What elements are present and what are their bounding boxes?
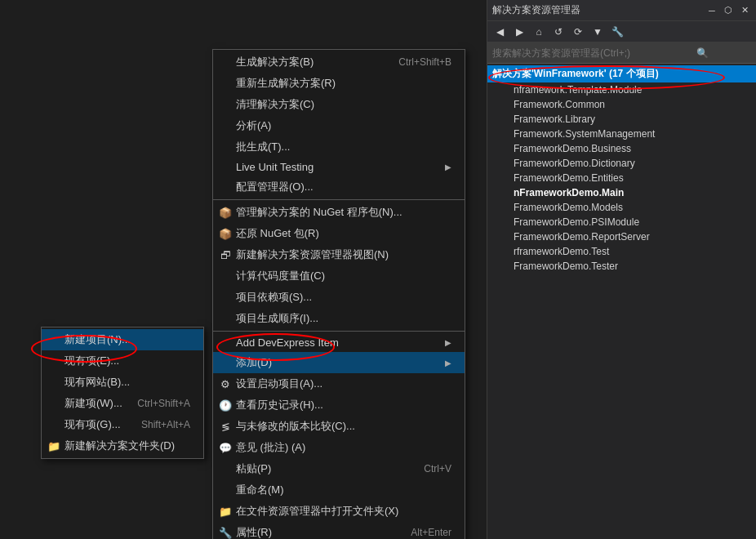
main-menu-item-6[interactable]: 配置管理器(O)...	[213, 176, 465, 198]
menu-label: 项目生成顺序(I)...	[236, 311, 318, 326]
main-menu-item-17[interactable]: ≶与未修改的版本比较(C)...	[213, 416, 465, 437]
menu-shortcut: Ctrl+Shift+B	[398, 56, 451, 68]
main-menu-item-16[interactable]: 🕐查看历史记录(H)...	[213, 394, 465, 416]
menu-separator	[213, 331, 465, 332]
se-search-icon: 🔍	[696, 47, 709, 59]
se-sync-btn[interactable]: ⟳	[569, 23, 587, 41]
main-menu-item-2[interactable]: 清理解决方案(C)	[213, 94, 465, 115]
menu-label: 计算代码度量值(C)	[236, 269, 325, 283]
menu-label: 还原 NuGet 包(R)	[236, 226, 319, 241]
se-settings-btn[interactable]: 🔧	[608, 23, 626, 41]
main-menu-item-7[interactable]: 📦管理解决方案的 NuGet 程序包(N)...	[213, 202, 465, 223]
se-pin-btn[interactable]: ─	[705, 4, 718, 17]
main-menu-item-21[interactable]: 📁在文件资源管理器中打开文件夹(X)	[213, 501, 465, 522]
se-tree-item[interactable]: Framework.Library	[487, 112, 756, 127]
se-close-btn[interactable]: ✕	[738, 4, 751, 17]
menu-icon: 📦	[218, 226, 233, 241]
left-menu-item-4[interactable]: 现有项(G)...Shift+Alt+A	[42, 414, 203, 435]
menu-label: 添加(D)	[236, 355, 272, 370]
main-menu-item-20[interactable]: 重命名(M)	[213, 479, 465, 501]
main-menu-item-14[interactable]: 添加(D)▶	[213, 352, 465, 373]
se-item-label: FrameworkDemo.Tester	[514, 261, 618, 272]
menu-shortcut: Ctrl+V	[424, 463, 451, 474]
context-menu-main: 生成解决方案(B)Ctrl+Shift+B重新生成解决方案(R)清理解决方案(C…	[212, 49, 465, 539]
menu-label: 分析(A)	[236, 118, 271, 133]
main-menu-item-0[interactable]: 生成解决方案(B)Ctrl+Shift+B	[213, 51, 465, 73]
menu-label: 设置启动项目(A)...	[236, 376, 322, 391]
left-menu-item-1[interactable]: 现有项(E)...	[42, 350, 203, 372]
se-item-label: nFrameworkDemo.Main	[514, 187, 624, 198]
menu-arrow: ▶	[445, 163, 451, 172]
menu-shortcut: Shift+Alt+A	[141, 419, 190, 430]
main-menu-item-10[interactable]: 计算代码度量值(C)	[213, 265, 465, 287]
se-tree-item[interactable]: nframework.Template.Module	[487, 82, 756, 97]
se-tree-item[interactable]: FrameworkDemo.Business	[487, 141, 756, 156]
menu-label: 项目依赖项(S)...	[236, 290, 312, 305]
menu-shortcut: Alt+Enter	[411, 527, 451, 538]
main-menu-item-11[interactable]: 项目依赖项(S)...	[213, 287, 465, 308]
main-menu-item-18[interactable]: 💬意见 (批注) (A)	[213, 437, 465, 458]
menu-label: 批生成(T)...	[236, 140, 290, 154]
se-float-btn[interactable]: ⬡	[722, 4, 735, 17]
se-item-label: nframework.Template.Module	[514, 84, 642, 96]
se-tree-item[interactable]: FrameworkDemo.ReportServer	[487, 229, 756, 244]
se-tree-item[interactable]: FrameworkDemo.Entities	[487, 171, 756, 185]
left-menu-item-5[interactable]: 📁新建解决方案文件夹(D)	[42, 435, 203, 457]
se-item-label: FrameworkDemo.Models	[514, 202, 623, 213]
se-item-label: FrameworkDemo.Entities	[514, 172, 624, 184]
menu-icon: 🕐	[218, 398, 233, 412]
menu-label: Add DevExpress Item	[236, 336, 339, 349]
main-menu-item-22[interactable]: 🔧属性(R)Alt+Enter	[213, 522, 465, 539]
se-search-input[interactable]	[492, 47, 696, 59]
se-item-label: FrameworkDemo.PSIModule	[514, 216, 639, 228]
se-tree-item[interactable]: nFrameworkDemo.Main	[487, 185, 756, 200]
menu-label: 现有网站(B)...	[64, 375, 130, 390]
main-menu-item-4[interactable]: 批生成(T)...	[213, 136, 465, 158]
se-tree-item[interactable]: Framework.Common	[487, 97, 756, 112]
left-menu-item-2[interactable]: 现有网站(B)...	[42, 372, 203, 393]
se-forward-btn[interactable]: ▶	[510, 23, 528, 41]
main-menu-item-3[interactable]: 分析(A)	[213, 115, 465, 136]
se-item-label: Framework.Library	[514, 114, 595, 125]
se-item-label: FrameworkDemo.ReportServer	[514, 231, 650, 243]
main-menu-item-9[interactable]: 🗗新建解决方案资源管理器视图(N)	[213, 244, 465, 265]
menu-icon: 🔧	[218, 525, 233, 539]
main-menu-item-8[interactable]: 📦还原 NuGet 包(R)	[213, 223, 465, 244]
se-tree-item[interactable]: Framework.SystemManagement	[487, 127, 756, 141]
main-menu-item-1[interactable]: 重新生成解决方案(R)	[213, 73, 465, 94]
solution-explorer-panel: 解决方案资源管理器 ─ ⬡ ✕ ◀ ▶ ⌂ ↺ ⟳ ▼ 🔧 🔍 解决方案'Win…	[487, 0, 756, 539]
se-tree-item[interactable]: rframeworkDemo.Test	[487, 244, 756, 259]
se-solution-row[interactable]: 解决方案'WinFramework' (17 个项目)	[487, 65, 756, 82]
se-title-buttons: ─ ⬡ ✕	[705, 4, 751, 17]
menu-label: 现有项(G)...	[64, 417, 121, 432]
se-tree: 解决方案'WinFramework' (17 个项目) nframework.T…	[487, 64, 756, 539]
main-menu-item-12[interactable]: 项目生成顺序(I)...	[213, 308, 465, 329]
left-menu-item-0[interactable]: 新建项目(N)...	[42, 329, 203, 350]
se-back-btn[interactable]: ◀	[491, 23, 509, 41]
menu-label: 查看历史记录(H)...	[236, 398, 323, 412]
menu-label: 意见 (批注) (A)	[236, 440, 305, 455]
main-menu-item-5[interactable]: Live Unit Testing▶	[213, 158, 465, 176]
menu-icon: 📁	[218, 504, 233, 519]
main-menu-item-15[interactable]: ⚙设置启动项目(A)...	[213, 373, 465, 394]
se-title: 解决方案资源管理器	[492, 3, 580, 17]
main-menu-item-13[interactable]: Add DevExpress Item▶	[213, 333, 465, 352]
menu-label: 新建解决方案资源管理器视图(N)	[236, 247, 389, 262]
main-menu-items: 生成解决方案(B)Ctrl+Shift+B重新生成解决方案(R)清理解决方案(C…	[213, 51, 465, 539]
menu-icon: 🗗	[218, 247, 233, 262]
se-solution-label: 解决方案'WinFramework' (17 个项目)	[492, 67, 659, 81]
menu-label: 管理解决方案的 NuGet 程序包(N)...	[236, 205, 402, 220]
menu-label: 重命名(M)	[236, 483, 284, 497]
se-tree-item[interactable]: FrameworkDemo.Tester	[487, 259, 756, 274]
se-tree-item[interactable]: FrameworkDemo.Models	[487, 200, 756, 215]
se-filter-btn[interactable]: ▼	[589, 23, 607, 41]
se-tree-item[interactable]: FrameworkDemo.Dictionary	[487, 156, 756, 171]
main-menu-item-19[interactable]: 粘贴(P)Ctrl+V	[213, 458, 465, 479]
menu-label: 现有项(E)...	[64, 354, 119, 368]
se-tree-item[interactable]: FrameworkDemo.PSIModule	[487, 215, 756, 229]
left-menu-item-3[interactable]: 新建项(W)...Ctrl+Shift+A	[42, 393, 203, 414]
se-toolbar: ◀ ▶ ⌂ ↺ ⟳ ▼ 🔧	[487, 21, 756, 42]
se-item-label: Framework.SystemManagement	[514, 128, 655, 140]
se-home-btn[interactable]: ⌂	[530, 23, 548, 41]
se-refresh-btn[interactable]: ↺	[549, 23, 567, 41]
